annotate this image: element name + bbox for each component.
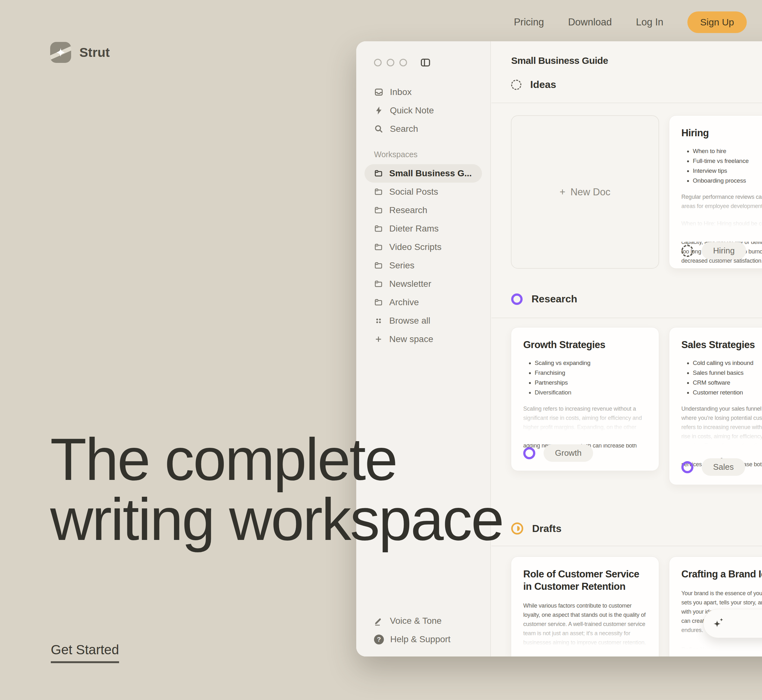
- hiring-card[interactable]: Hiring When to hire Full-time vs freelan…: [669, 115, 762, 269]
- signup-button[interactable]: Sign Up: [687, 11, 747, 33]
- sidebar-item-label: Quick Note: [390, 105, 434, 116]
- top-nav: Pricing Download Log In Sign Up: [514, 11, 747, 33]
- sidebar-toggle-icon[interactable]: [420, 57, 431, 68]
- workspace-item-social-posts[interactable]: Social Posts: [364, 183, 482, 201]
- purple-ring-icon: [511, 294, 523, 305]
- nav-download[interactable]: Download: [568, 17, 612, 28]
- sidebar-item-inbox[interactable]: Inbox: [364, 83, 482, 101]
- workspace-item-small-business[interactable]: Small Business G...: [364, 164, 482, 183]
- sidebar-item-label: Help & Support: [390, 634, 451, 644]
- hero-headline: The complete writing workspace: [50, 430, 503, 550]
- folder-icon: [374, 188, 383, 196]
- card-title: Crafting a Brand Identity: [681, 568, 762, 581]
- grid-dots-icon: [374, 316, 383, 325]
- nav-login[interactable]: Log In: [636, 17, 663, 28]
- help-icon: ?: [374, 634, 384, 644]
- bullet-item: Customer retention: [693, 389, 762, 396]
- card-title: Role of Customer Service in Customer Ret…: [523, 568, 647, 593]
- dashed-circle-icon: [511, 80, 522, 90]
- sparkles-icon: [710, 615, 727, 632]
- workspace-item-archive[interactable]: Archive: [364, 293, 482, 312]
- workspace-item-newsletter[interactable]: Newsletter: [364, 275, 482, 293]
- app-window: Inbox Quick Note Search Workspaces Small…: [356, 41, 762, 656]
- bullet-item: Interview tips: [693, 167, 762, 174]
- sidebar-item-search[interactable]: Search: [364, 120, 482, 138]
- window-traffic-lights[interactable]: [374, 59, 407, 66]
- sidebar: Inbox Quick Note Search Workspaces Small…: [356, 41, 491, 656]
- sidebar-item-browse-all[interactable]: Browse all: [364, 312, 482, 330]
- sidebar-item-help-support[interactable]: ? Help & Support: [364, 630, 482, 648]
- sidebar-item-label: Voice & Tone: [390, 616, 442, 626]
- nav-pricing[interactable]: Pricing: [514, 17, 544, 28]
- traffic-light-minimize-icon[interactable]: [387, 59, 394, 66]
- bullet-item: CRM software: [693, 379, 762, 386]
- section-drafts[interactable]: Drafts: [511, 522, 561, 534]
- sidebar-item-label: Search: [390, 124, 418, 134]
- traffic-light-zoom-icon[interactable]: [400, 59, 407, 66]
- brand-identity-card[interactable]: Crafting a Brand Identity Your brand is …: [669, 556, 762, 656]
- tag-pill[interactable]: Growth: [543, 444, 593, 462]
- sales-strategies-card[interactable]: Sales Strategies Cold calling vs inbound…: [669, 327, 762, 485]
- tag-pill[interactable]: Sales: [702, 458, 745, 476]
- tag-pill[interactable]: Hiring: [702, 242, 746, 259]
- section-divider: [492, 103, 762, 103]
- hero-line-1: The complete: [50, 430, 503, 489]
- traffic-light-close-icon[interactable]: [374, 59, 382, 66]
- ai-assistant-pill[interactable]: [703, 609, 762, 638]
- folder-icon: [374, 243, 383, 252]
- section-label: Ideas: [530, 79, 556, 91]
- card-subheading: Define Your: [681, 646, 762, 653]
- card-bullet-list: Scaling vs expanding Franchising Partner…: [523, 359, 647, 396]
- folder-icon: [374, 261, 383, 270]
- section-label: Research: [531, 293, 577, 305]
- search-icon: [374, 124, 384, 134]
- card-bullet-list: When to hire Full-time vs freelance Inte…: [681, 148, 762, 184]
- new-doc-card[interactable]: +New Doc: [511, 115, 659, 269]
- bullet-item: Cold calling vs inbound: [693, 359, 762, 367]
- section-label: Drafts: [532, 523, 561, 534]
- card-title: Sales Strategies: [681, 339, 762, 351]
- section-ideas[interactable]: Ideas: [511, 79, 556, 91]
- card-tag-row: Hiring: [681, 242, 746, 259]
- sidebar-item-label: New space: [389, 334, 433, 344]
- sidebar-item-quick-note[interactable]: Quick Note: [364, 101, 482, 120]
- workspace-label: Archive: [389, 297, 419, 308]
- workspace-label: Series: [389, 261, 414, 270]
- card-paragraph: While various factors contribute to cust…: [523, 601, 647, 657]
- workspace-label: Newsletter: [389, 279, 431, 289]
- get-started-link[interactable]: Get Started: [51, 642, 119, 663]
- workspace-item-video-scripts[interactable]: Video Scripts: [364, 238, 482, 256]
- half-filled-circle-icon: [511, 522, 523, 534]
- purple-ring-icon: [523, 447, 535, 459]
- section-divider: [492, 546, 762, 546]
- brand-logo[interactable]: Strut: [50, 42, 110, 63]
- purple-ring-icon: [681, 461, 693, 473]
- sidebar-item-label: Browse all: [389, 316, 430, 326]
- plus-icon: [374, 335, 383, 344]
- card-tag-row: Sales: [681, 458, 745, 476]
- plus-icon: +: [560, 186, 565, 198]
- hero-line-2: writing workspace: [50, 489, 503, 550]
- bullet-item: Partnerships: [535, 379, 647, 386]
- new-doc-label: New Doc: [570, 186, 611, 198]
- card-paragraph: Scaling refers to increasing revenue wit…: [523, 404, 647, 451]
- workspace-item-dieter-rams[interactable]: Dieter Rams: [364, 219, 482, 238]
- workspaces-section-label: Workspaces: [374, 150, 417, 159]
- sidebar-item-voice-tone[interactable]: Voice & Tone: [364, 612, 482, 630]
- sparkle-logo-icon: [50, 42, 71, 63]
- card-title: Hiring: [681, 127, 762, 139]
- card-tag-row: Growth: [523, 444, 593, 462]
- dashed-circle-icon: [681, 245, 693, 257]
- workspace-item-series[interactable]: Series: [364, 256, 482, 275]
- inbox-icon: [374, 88, 384, 97]
- customer-service-card[interactable]: Role of Customer Service in Customer Ret…: [511, 556, 659, 656]
- bullet-item: Sales funnel basics: [693, 369, 762, 377]
- workspace-item-research[interactable]: Research: [364, 201, 482, 219]
- workspace-label: Small Business G...: [389, 168, 472, 178]
- folder-icon: [374, 206, 383, 215]
- growth-strategies-card[interactable]: Growth Strategies Scaling vs expanding F…: [511, 327, 659, 471]
- sidebar-item-new-space[interactable]: New space: [364, 330, 482, 348]
- pencil-icon: [374, 616, 384, 626]
- bullet-item: Full-time vs freelance: [693, 158, 762, 164]
- section-research[interactable]: Research: [511, 293, 577, 305]
